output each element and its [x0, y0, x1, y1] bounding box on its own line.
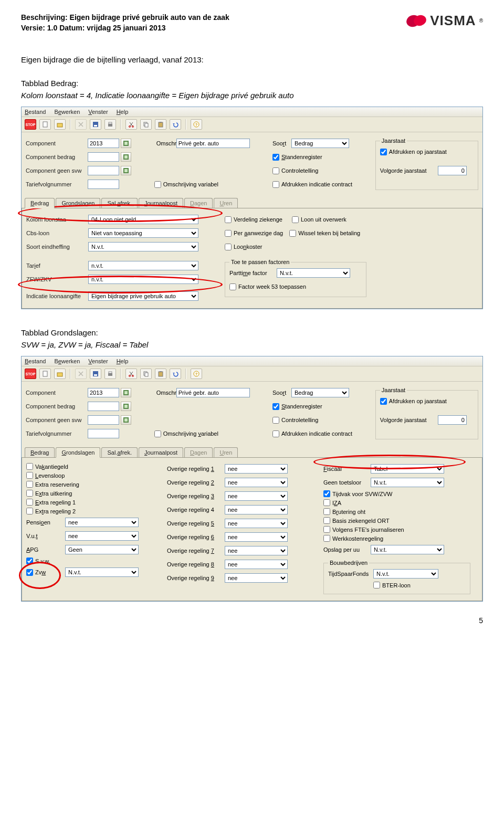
tariefvolgnummer-input[interactable] [88, 180, 119, 189]
zfw-zkv-select[interactable]: n.v.t. [88, 275, 198, 284]
chk-standenregister[interactable]: Standenregister [272, 403, 322, 410]
picker-icon[interactable] [121, 166, 131, 175]
print-icon[interactable] [104, 119, 116, 130]
tab-bedrag[interactable]: Bedrag [25, 447, 55, 458]
overige-1-select[interactable]: nee [225, 464, 288, 474]
tijdspaarfonds-select[interactable]: N.v.t. [373, 569, 438, 579]
open-icon[interactable] [54, 119, 66, 130]
picker-icon[interactable] [121, 415, 131, 425]
kolom-loonstaat-select[interactable]: 04-Loon niet geld [88, 215, 198, 224]
chk-factor-week53[interactable]: Factor week 53 toepassen [229, 283, 306, 290]
fiscaal-select[interactable]: Tabel [371, 464, 444, 474]
pensioen-select[interactable]: nee [65, 518, 139, 527]
menu-bestand[interactable]: Bestand [25, 358, 46, 364]
picker-icon[interactable] [121, 152, 131, 162]
menu-help[interactable]: Help [117, 109, 129, 115]
save-icon[interactable] [90, 119, 101, 130]
chk-zvw[interactable]: Zvw [26, 569, 65, 576]
chk-vakantiegeld[interactable]: Vakantiegeld [26, 463, 158, 470]
chk-verdeling-ziekenge[interactable]: Verdeling ziekenge [225, 216, 282, 223]
menu-bestand[interactable]: Bestand [25, 109, 46, 115]
chk-standenregister[interactable]: Standenregister [272, 154, 322, 161]
picker-icon[interactable] [121, 388, 131, 397]
picker-icon[interactable] [121, 139, 131, 148]
chk-controletelling[interactable]: Controletelling [272, 417, 318, 424]
soort-eindheffing-select[interactable]: N.v.t. [88, 242, 198, 251]
open-icon[interactable] [54, 369, 66, 379]
cbs-loon-select[interactable]: Niet van toepassing [88, 228, 198, 238]
chk-tijdvak-svw-zvw[interactable]: Tijdvak voor SVW/ZVW [323, 490, 470, 497]
save-icon[interactable] [90, 369, 101, 379]
menu-help[interactable]: Help [117, 358, 129, 364]
chk-iza[interactable]: IZA [323, 499, 470, 506]
chk-levensloop[interactable]: Levensloop [26, 472, 158, 479]
tab-salafrek[interactable]: Sal.afrek. [101, 447, 138, 458]
new-icon[interactable] [39, 119, 51, 130]
menu-venster[interactable]: Venster [88, 358, 108, 364]
tariefvolgnummer-input[interactable] [88, 429, 119, 438]
overige-5-select[interactable]: nee [225, 519, 288, 528]
soort-select[interactable]: Bedrag [291, 388, 349, 397]
cut-icon[interactable] [125, 119, 137, 130]
copy-icon[interactable] [140, 369, 152, 379]
opslag-select[interactable]: N.v.t. [371, 545, 444, 554]
soort-select[interactable]: Bedrag [291, 139, 349, 148]
menu-bewerken[interactable]: Bewerken [54, 358, 80, 364]
chk-afdrukken-indicatie[interactable]: Afdrukken indicatie contract [272, 181, 352, 188]
vut-select[interactable]: nee [65, 531, 139, 541]
picker-icon[interactable] [121, 402, 131, 411]
cut-icon[interactable] [125, 369, 137, 379]
chk-afdrukken-jaarstaat[interactable]: Afdrukken op jaarstaat [380, 149, 447, 155]
component-geen-svw-input[interactable] [88, 415, 119, 425]
apg-select[interactable]: Geen [65, 545, 139, 554]
overige-8-select[interactable]: nee [225, 560, 288, 569]
stop-icon[interactable]: STOP [25, 369, 36, 379]
chk-loon-uit-overwerk[interactable]: Loon uit overwerk [292, 216, 346, 223]
new-icon[interactable] [39, 369, 51, 379]
tab-journaalpost[interactable]: Journaalpost [139, 198, 183, 208]
overige-9-select[interactable]: nee [225, 573, 288, 583]
component-bedrag-input[interactable] [88, 402, 119, 411]
tab-journaalpost[interactable]: Journaalpost [139, 447, 183, 458]
geen-toetsloor-select[interactable]: N.v.t. [371, 478, 444, 487]
component-bedrag-input[interactable] [88, 152, 119, 162]
volgorde-input[interactable] [438, 166, 467, 175]
chk-werkkosten[interactable]: Werkkostenregeling [323, 535, 470, 542]
chk-per-aanwezige-dag[interactable]: Per aanwezige dag [225, 230, 283, 237]
chk-basis-ziekengeld[interactable]: Basis ziekengeld ORT [323, 517, 470, 524]
chk-extra-uitkering[interactable]: Extra uitkering [26, 490, 158, 497]
undo-icon[interactable] [170, 369, 181, 379]
tab-bedrag[interactable]: Bedrag [25, 198, 55, 208]
chk-extra-regeling-2[interactable]: Extra regeling 2 [26, 508, 158, 514]
undo-icon[interactable] [170, 119, 181, 130]
chk-omschr-variabel[interactable]: Omschrijving variabel [154, 430, 218, 437]
chk-bter-loon[interactable]: BTER-loon [373, 582, 411, 588]
component-input[interactable] [88, 388, 119, 397]
overige-7-select[interactable]: nee [225, 546, 288, 555]
help-icon[interactable]: ? [191, 119, 202, 130]
chk-wissel-teken[interactable]: Wissel teken bij betaling [289, 230, 360, 237]
tarief-select[interactable]: n.v.t. [88, 261, 198, 270]
chk-loonkoster[interactable]: Loonkoster [225, 244, 262, 250]
help-icon[interactable]: ? [191, 369, 202, 379]
chk-omschr-variabel[interactable]: Omschrijving variabel [154, 181, 218, 188]
menu-venster[interactable]: Venster [88, 109, 108, 115]
tab-grondslagen[interactable]: Grondslagen [56, 447, 100, 458]
volgorde-input[interactable] [438, 415, 467, 425]
paste-icon[interactable] [155, 369, 166, 379]
chk-svw[interactable]: S.v.w. [26, 558, 158, 564]
overige-2-select[interactable]: nee [225, 478, 288, 487]
overige-6-select[interactable]: nee [225, 532, 288, 542]
overige-3-select[interactable]: nee [225, 491, 288, 501]
overige-4-select[interactable]: nee [225, 505, 288, 514]
omschr-input[interactable] [176, 139, 250, 148]
indicatie-loonaangifte-select[interactable]: Eigen bijdrage prive gebruik auto [88, 291, 198, 301]
tab-grondslagen[interactable]: Grondslagen [56, 198, 100, 208]
tab-salafrek[interactable]: Sal.afrek. [101, 198, 138, 208]
chk-afdrukken-indicatie[interactable]: Afdrukken indicatie contract [272, 430, 352, 437]
chk-brutering-oht[interactable]: Brutering oht [323, 508, 470, 515]
copy-icon[interactable] [140, 119, 152, 130]
menu-bewerken[interactable]: Bewerken [54, 109, 80, 115]
zvw-select[interactable]: N.v.t. [65, 567, 139, 577]
chk-controletelling[interactable]: Controletelling [272, 167, 318, 174]
